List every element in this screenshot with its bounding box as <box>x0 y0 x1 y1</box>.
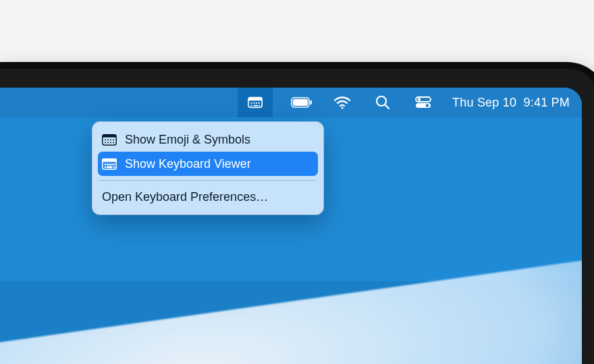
menubar: Thu Sep 10 9:41 PM <box>0 88 582 117</box>
device-bezel: Thu Sep 10 9:41 PM Show Emoji & Symbols <box>0 69 594 364</box>
svg-point-36 <box>105 166 106 168</box>
svg-point-8 <box>259 104 260 106</box>
svg-point-18 <box>426 104 429 107</box>
input-menu-dropdown: Show Emoji & Symbols Show Keyboard Viewe… <box>92 121 324 215</box>
svg-point-34 <box>111 164 113 165</box>
wallpaper <box>0 256 582 364</box>
svg-point-31 <box>105 164 106 165</box>
svg-point-38 <box>113 166 115 168</box>
svg-point-23 <box>110 139 111 140</box>
menubar-wifi[interactable] <box>331 88 354 117</box>
menubar-clock[interactable]: Thu Sep 10 9:41 PM <box>452 88 570 117</box>
input-menu-icon <box>248 96 263 109</box>
battery-icon <box>291 97 313 108</box>
menubar-control-center[interactable] <box>412 88 435 117</box>
svg-point-32 <box>107 164 108 165</box>
svg-point-12 <box>341 107 343 109</box>
svg-line-14 <box>385 105 389 109</box>
svg-point-6 <box>250 104 252 106</box>
menu-separator <box>99 180 317 181</box>
svg-point-24 <box>113 139 114 140</box>
search-icon <box>375 95 390 110</box>
device-frame: Thu Sep 10 9:41 PM Show Emoji & Symbols <box>0 62 594 364</box>
character-viewer-icon <box>102 134 117 146</box>
svg-rect-10 <box>293 99 308 106</box>
control-center-icon <box>415 96 431 109</box>
menu-item-label: Open Keyboard Preferences… <box>102 190 311 204</box>
svg-rect-11 <box>310 100 313 104</box>
svg-point-33 <box>109 164 111 165</box>
svg-point-21 <box>105 139 106 140</box>
clock-text: Thu Sep 10 9:41 PM <box>452 96 570 110</box>
svg-rect-30 <box>103 158 116 161</box>
svg-rect-7 <box>253 105 258 107</box>
wifi-icon <box>333 96 351 109</box>
svg-point-16 <box>418 98 421 100</box>
menu-item-label: Show Keyboard Viewer <box>125 157 311 171</box>
svg-rect-1 <box>248 98 262 101</box>
menu-item-show-emoji[interactable]: Show Emoji & Symbols <box>98 127 318 152</box>
svg-point-26 <box>107 142 109 143</box>
svg-rect-37 <box>107 166 112 168</box>
menu-item-open-keyboard-preferences[interactable]: Open Keyboard Preferences… <box>98 185 318 209</box>
svg-point-22 <box>107 139 109 140</box>
svg-point-2 <box>250 102 252 104</box>
menu-item-show-keyboard-viewer[interactable]: Show Keyboard Viewer <box>98 152 318 176</box>
menubar-battery[interactable] <box>290 88 313 117</box>
svg-point-35 <box>113 164 115 165</box>
svg-point-28 <box>113 142 114 143</box>
keyboard-viewer-icon <box>102 158 117 170</box>
svg-point-5 <box>258 102 259 104</box>
menubar-spotlight[interactable] <box>371 88 394 117</box>
menu-item-label: Show Emoji & Symbols <box>125 133 311 147</box>
svg-rect-20 <box>103 134 116 137</box>
desktop: Thu Sep 10 9:41 PM Show Emoji & Symbols <box>0 88 582 364</box>
menubar-input-menu[interactable] <box>238 88 273 117</box>
svg-point-3 <box>253 102 254 104</box>
svg-point-25 <box>105 142 106 143</box>
svg-point-4 <box>256 102 257 104</box>
svg-point-27 <box>110 142 111 143</box>
